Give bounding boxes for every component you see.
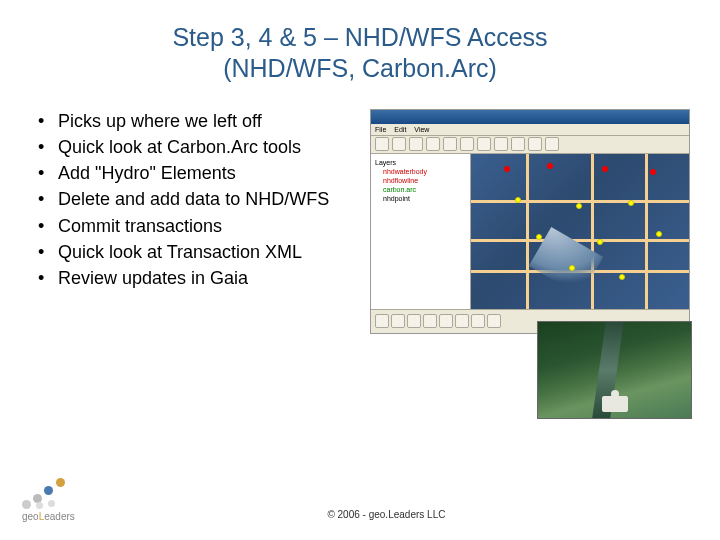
list-item: Quick look at Transaction XML — [36, 240, 362, 264]
title-line-1: Step 3, 4 & 5 – NHD/WFS Access — [172, 23, 547, 51]
aerial-building-icon — [602, 396, 628, 412]
images-column: FileEditView Layers nhdwaterbody nhdflow… — [370, 109, 690, 334]
list-item: Picks up where we left off — [36, 109, 362, 133]
copyright: © 2006 - geo.Leaders LLC — [75, 509, 698, 522]
map-body: Layers nhdwaterbody nhdflowline carbon.a… — [371, 154, 689, 309]
layer-root: Layers — [375, 158, 466, 167]
footer: geoLeaders © 2006 - geo.Leaders LLC — [0, 483, 720, 522]
title-line-2: (NHD/WFS, Carbon.Arc) — [223, 54, 497, 82]
list-item: Add "Hydro" Elements — [36, 161, 362, 185]
map-screenshot: FileEditView Layers nhdwaterbody nhdflow… — [370, 109, 690, 334]
logo-dots-icon — [22, 483, 66, 509]
list-item: Quick look at Carbon.Arc tools — [36, 135, 362, 159]
bullet-list: Picks up where we left off Quick look at… — [30, 109, 362, 334]
slide: Step 3, 4 & 5 – NHD/WFS Access (NHD/WFS,… — [0, 0, 720, 540]
aerial-photo — [537, 321, 692, 419]
map-canvas — [471, 154, 689, 309]
list-item: Review updates in Gaia — [36, 266, 362, 290]
map-menubar: FileEditView — [371, 124, 689, 136]
list-item: Commit transactions — [36, 214, 362, 238]
layer-item: nhdpoint — [383, 194, 466, 203]
logo-suffix: eaders — [44, 511, 75, 522]
layer-item: nhdwaterbody — [383, 167, 466, 176]
slide-title: Step 3, 4 & 5 – NHD/WFS Access (NHD/WFS,… — [30, 22, 690, 85]
map-layer-panel: Layers nhdwaterbody nhdflowline carbon.a… — [371, 154, 471, 309]
logo: geoLeaders — [22, 483, 75, 522]
layer-item: nhdflowline — [383, 176, 466, 185]
map-toolbar — [371, 136, 689, 154]
logo-text: geoLeaders — [22, 511, 75, 522]
layer-item: carbon.arc — [383, 185, 466, 194]
map-titlebar — [371, 110, 689, 124]
list-item: Delete and add data to NHD/WFS — [36, 187, 362, 211]
logo-prefix: geo — [22, 511, 39, 522]
content-row: Picks up where we left off Quick look at… — [30, 109, 690, 334]
